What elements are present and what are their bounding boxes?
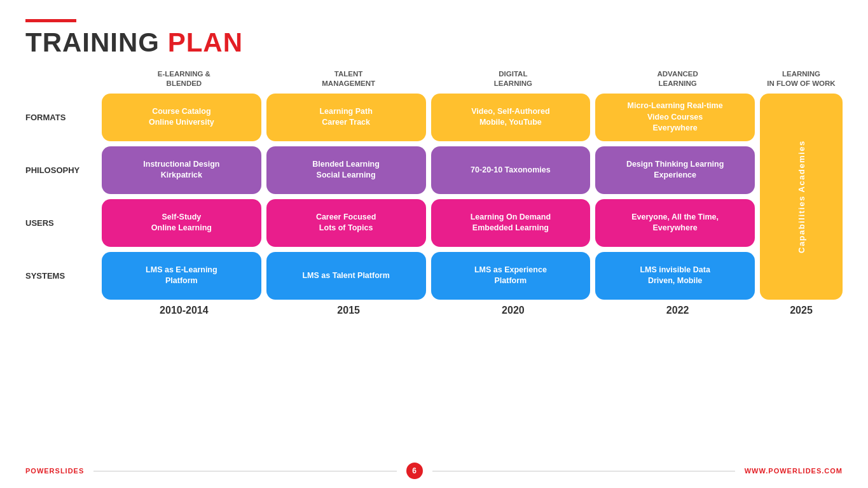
col-header-2: DIGITALLEARNING	[431, 69, 596, 88]
year-0: 2010-2014	[102, 305, 266, 316]
cell-formats-3: Micro-Learning Real-timeVideo CoursesEve…	[595, 94, 755, 141]
row-label-systems: SYSTEMS	[25, 271, 102, 281]
cell-formats-2: Video, Self-AuthoredMobile, YouTube	[431, 94, 591, 141]
brand-red: SLIDES	[55, 467, 85, 475]
cell-systems-3: LMS invisible DataDriven, Mobile	[595, 252, 755, 300]
cell-systems-1: LMS as Talent Platform	[266, 252, 426, 300]
row-label-users: USERS	[25, 218, 102, 228]
cell-philosophy-0: Instructional DesignKirkpatrick	[102, 146, 261, 194]
footer-page-number: 6	[406, 463, 423, 479]
cell-systems-0: LMS as E-LearningPlatform	[102, 252, 261, 300]
cell-philosophy-3: Design Thinking LearningExperience	[595, 146, 755, 194]
row-philosophy: PHILOSOPHY Instructional DesignKirkpatri…	[25, 146, 755, 194]
year-row: 2010-2014 2015 2020 2022 2025	[102, 305, 843, 316]
red-accent-line	[25, 19, 76, 22]
year-2: 2020	[431, 305, 596, 316]
cells-systems: LMS as E-LearningPlatform LMS as Talent …	[102, 252, 755, 300]
row-formats: FORMATS Course CatalogOnline University …	[25, 94, 755, 141]
row-label-formats: FORMATS	[25, 113, 102, 122]
year-4: 2025	[760, 305, 843, 316]
cells-users: Self-StudyOnline Learning Career Focused…	[102, 199, 755, 247]
tall-col-wrapper: Capabilities Academies	[760, 94, 843, 300]
cell-users-0: Self-StudyOnline Learning	[102, 199, 261, 247]
cells-formats: Course CatalogOnline University Learning…	[102, 94, 755, 141]
main-table: E-LEARNING &BLENDED TALENTMANAGEMENT DIG…	[25, 69, 843, 316]
tall-col-cell: Capabilities Academies	[760, 94, 843, 300]
cell-formats-0: Course CatalogOnline University	[102, 94, 261, 141]
footer-line-right	[432, 471, 735, 471]
cell-formats-1: Learning PathCareer Track	[266, 94, 426, 141]
footer-line-left	[93, 471, 396, 471]
cell-users-2: Learning On DemandEmbedded Learning	[431, 199, 591, 247]
col-header-0: E-LEARNING &BLENDED	[102, 69, 266, 88]
footer: POWERSLIDES 6 WWW.POWERLIDES.COM	[25, 463, 843, 479]
cell-philosophy-2: 70-20-10 Taxonomies	[431, 146, 591, 194]
year-1: 2015	[266, 305, 431, 316]
title-plan: PLAN	[168, 27, 243, 57]
cell-users-1: Career FocusedLots of Topics	[266, 199, 426, 247]
slide: TRAINING PLAN E-LEARNING &BLENDED TALENT…	[0, 0, 868, 488]
cell-systems-2: LMS as ExperiencePlatform	[431, 252, 591, 300]
footer-brand: POWERSLIDES	[25, 467, 84, 475]
row-label-philosophy: PHILOSOPHY	[25, 165, 102, 175]
footer-url: WWW.POWERLIDES.COM	[745, 467, 843, 475]
tall-col-text: Capabilities Academies	[797, 140, 806, 253]
col-header-1: TALENTMANAGEMENT	[266, 69, 431, 88]
cell-users-3: Everyone, All the Time,Everywhere	[595, 199, 755, 247]
year-3: 2022	[595, 305, 760, 316]
col-header-4: LEARNINGIN FLOW OF WORK	[760, 69, 843, 88]
cells-philosophy: Instructional DesignKirkpatrick Blended …	[102, 146, 755, 194]
rows-and-tall: FORMATS Course CatalogOnline University …	[25, 94, 843, 300]
row-systems: SYSTEMS LMS as E-LearningPlatform LMS as…	[25, 252, 755, 300]
title-training: TRAINING	[25, 27, 168, 57]
row-users: USERS Self-StudyOnline Learning Career F…	[25, 199, 755, 247]
cell-philosophy-1: Blended LearningSocial Learning	[266, 146, 426, 194]
page-title: TRAINING PLAN	[25, 27, 843, 58]
rows-left: FORMATS Course CatalogOnline University …	[25, 94, 755, 300]
col-header-3: ADVANCEDLEARNING	[595, 69, 760, 88]
column-headers: E-LEARNING &BLENDED TALENTMANAGEMENT DIG…	[102, 69, 843, 88]
brand-black: POWER	[25, 467, 55, 475]
